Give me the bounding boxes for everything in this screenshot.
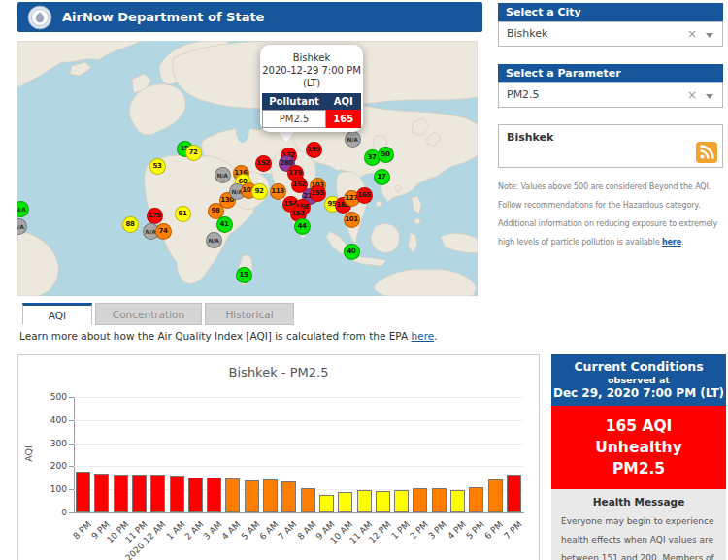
- aqi-map-marker[interactable]: 41: [216, 216, 233, 233]
- aqi-world-map[interactable]: N/AN/A19725388175N/A74919813041N/AN/A116…: [17, 41, 478, 296]
- aqi-map-marker[interactable]: N/A: [215, 167, 231, 183]
- y-axis-tick-mark: [69, 466, 74, 467]
- aqi-bar[interactable]: [132, 475, 147, 512]
- current-aqi-category: Unhealthy: [551, 437, 726, 458]
- tab-concentration[interactable]: Concentration: [95, 303, 202, 325]
- aqi-map-marker[interactable]: 91: [175, 206, 191, 222]
- current-aqi-value: 165 AQI: [551, 415, 726, 437]
- aqi-bar[interactable]: [488, 479, 503, 512]
- aqi-map-marker[interactable]: 74: [155, 223, 172, 240]
- aqi-bar[interactable]: [357, 490, 372, 512]
- health-message-title: Health Message: [561, 496, 716, 508]
- aqi-bar[interactable]: [94, 474, 109, 512]
- aqi-map-marker[interactable]: 165: [356, 187, 373, 204]
- tab-historical[interactable]: Historical: [205, 303, 294, 325]
- learn-more-before: Learn more about how the Air Quality Ind…: [19, 330, 412, 342]
- aqi-bar[interactable]: [319, 495, 334, 512]
- x-axis-tick-label: 5 AM: [239, 519, 261, 542]
- aqi-bar[interactable]: [507, 475, 521, 512]
- y-axis-tick-label: 300: [37, 439, 67, 448]
- aqi-map-marker[interactable]: 44: [294, 218, 311, 235]
- chart-gridline: [74, 444, 523, 445]
- aqi-map-marker[interactable]: 175: [147, 208, 163, 224]
- learn-more-text: Learn more about how the Air Quality Ind…: [19, 330, 438, 342]
- parameter-clear-icon[interactable]: ×: [687, 83, 697, 107]
- popup-col-pollutant: Pollutant: [262, 93, 326, 111]
- aqi-bar[interactable]: [450, 490, 465, 512]
- aqi-bar[interactable]: [263, 479, 278, 512]
- aqi-chart-card: Bishkek - PM2.5 AQI 01002003004005008 PM…: [17, 354, 540, 560]
- parameter-select[interactable]: PM2.5 ×: [498, 82, 723, 108]
- aqi-map-marker[interactable]: N/A: [345, 131, 361, 148]
- health-message-section: Health Message Everyone may begin to exp…: [551, 489, 726, 560]
- current-conditions-panel: Current Conditions observed at Dec 29, 2…: [551, 354, 726, 560]
- aqi-bar[interactable]: [188, 478, 203, 512]
- map-popup-tail: [278, 131, 295, 142]
- current-conditions-title: Current Conditions: [551, 359, 726, 374]
- aqi-bar[interactable]: [338, 492, 352, 512]
- y-axis-tick-label: 200: [37, 461, 67, 471]
- note-before: Note: Values above 500 are considered Be…: [498, 182, 717, 247]
- aqi-map-marker[interactable]: 152: [255, 155, 272, 172]
- chart-gridline: [74, 397, 523, 398]
- x-axis-tick-label: 6 AM: [258, 519, 281, 542]
- particle-pollution-link[interactable]: here: [662, 238, 681, 247]
- tab-aqi[interactable]: AQI: [22, 303, 92, 325]
- y-axis-tick-mark: [69, 420, 74, 421]
- rss-icon[interactable]: [696, 142, 717, 163]
- epa-aqi-link[interactable]: here: [412, 330, 435, 342]
- aqi-bar[interactable]: [432, 488, 447, 512]
- note-after: .: [681, 238, 683, 247]
- aqi-bar[interactable]: [281, 481, 296, 512]
- aqi-bar[interactable]: [150, 475, 165, 512]
- y-axis-tick-mark: [69, 512, 74, 513]
- rss-feed-box: Bishkek: [498, 124, 723, 168]
- aqi-map-marker[interactable]: 88: [122, 216, 139, 233]
- aqi-map-marker[interactable]: 72: [185, 145, 202, 161]
- observed-at-label: observed at: [551, 375, 726, 385]
- sidebar: Select a City Bishkek × Select a Paramet…: [498, 3, 723, 255]
- aqi-bar[interactable]: [245, 480, 259, 512]
- popup-pollutant-value: PM2.5: [262, 111, 326, 128]
- parameter-dropdown-caret-icon[interactable]: [706, 94, 713, 99]
- popup-datetime: 2020-12-29 7:00 PM: [260, 64, 363, 77]
- aqi-bar[interactable]: [170, 476, 184, 512]
- aqi-bar[interactable]: [114, 475, 128, 512]
- aqi-map-marker[interactable]: 40: [344, 244, 360, 260]
- x-axis-tick-label: 8 AM: [295, 519, 317, 542]
- city-select-value: Bishkek: [507, 27, 547, 40]
- aqi-bar[interactable]: [376, 491, 390, 512]
- aqi-map-marker[interactable]: N/A: [17, 201, 29, 217]
- learn-more-after: .: [434, 330, 437, 342]
- aqi-map-marker[interactable]: N/A: [206, 232, 222, 248]
- aqi-map-marker[interactable]: 17: [374, 169, 390, 185]
- popup-timezone: (LT): [260, 77, 363, 89]
- aqi-bar[interactable]: [76, 472, 90, 512]
- aqi-map-marker[interactable]: 101: [344, 212, 360, 228]
- y-axis-label: AQI: [23, 445, 34, 462]
- x-axis-tick-label: 8 PM: [71, 519, 92, 541]
- city-dropdown-caret-icon[interactable]: [706, 33, 713, 38]
- aqi-map-marker[interactable]: 50: [378, 147, 394, 163]
- current-aqi-box: 165 AQI Unhealthy PM2.5: [551, 406, 726, 489]
- aqi-map-marker[interactable]: 195: [306, 142, 322, 158]
- aqi-bar[interactable]: [207, 478, 221, 512]
- aqi-bar[interactable]: [469, 487, 483, 512]
- x-axis-tick-label: 3 AM: [202, 519, 224, 542]
- chart-gridline: [74, 466, 523, 467]
- current-aqi-pollutant: PM2.5: [551, 458, 726, 479]
- aqi-map-marker[interactable]: 113: [270, 183, 286, 200]
- aqi-bar[interactable]: [413, 488, 427, 512]
- health-message-text: Everyone may begin to experience health …: [561, 512, 716, 560]
- aqi-bar[interactable]: [225, 478, 240, 512]
- department-of-state-seal-icon: [27, 5, 52, 30]
- aqi-map-marker[interactable]: 15: [236, 267, 252, 283]
- aqi-map-marker[interactable]: 155: [310, 185, 326, 202]
- aqi-map-marker[interactable]: 53: [149, 158, 166, 175]
- city-clear-icon[interactable]: ×: [687, 22, 697, 46]
- aqi-bar[interactable]: [394, 490, 409, 512]
- aqi-map-marker[interactable]: 92: [251, 183, 268, 200]
- rss-feed-title: Bishkek: [507, 131, 553, 144]
- aqi-bar[interactable]: [301, 488, 315, 512]
- city-select[interactable]: Bishkek ×: [498, 21, 723, 47]
